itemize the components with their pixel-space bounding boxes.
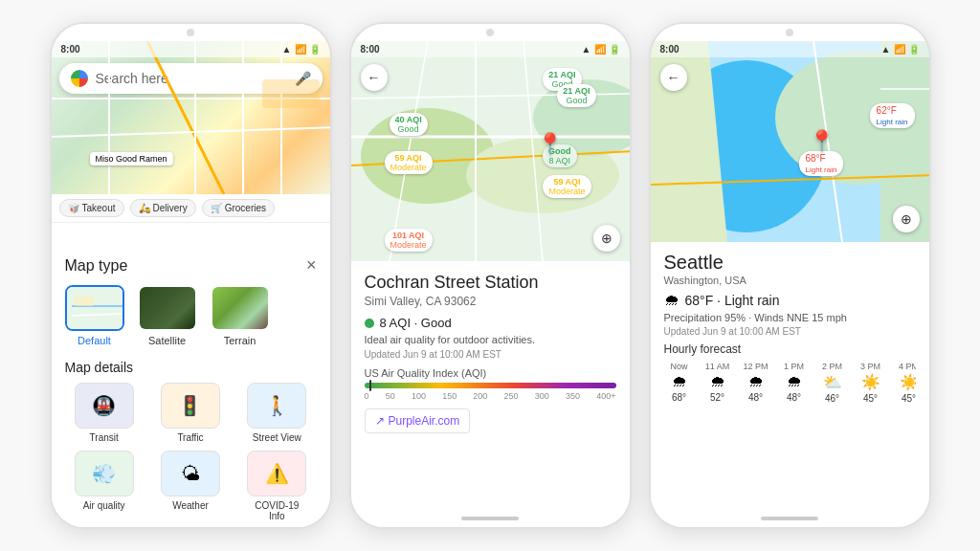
map-type-header: Map type ×	[65, 255, 317, 276]
aqi-bar	[365, 383, 616, 388]
status-time-3: 8:00	[660, 44, 679, 55]
weather-main: 🌧 68°F · Light rain	[664, 292, 916, 309]
map-details-grid: 🚇 Transit 🚦 Traffic 🚶 Street View �	[65, 383, 317, 510]
wifi-icon-2: ▲	[582, 44, 591, 55]
map-details-title: Map details	[65, 360, 317, 375]
hourly-now: Now 🌧 68°	[664, 362, 695, 404]
hourly-3pm: 3 PM ☀️ 45°	[856, 362, 886, 404]
weather-precip: Precipitation 95% · Winds NNE 15 mph	[664, 312, 916, 323]
signal-icon: 📶	[295, 44, 306, 55]
filter-groceries[interactable]: 🛒 Groceries	[202, 199, 275, 217]
front-camera	[187, 29, 194, 36]
back-button-2[interactable]: ←	[361, 64, 388, 91]
home-indicator-2	[461, 517, 519, 520]
battery-icon: 🔋	[309, 44, 321, 55]
detail-weather[interactable]: 🌤 Weather	[151, 451, 230, 510]
weather-icon: 🌧	[664, 292, 679, 309]
phone-notch-3	[651, 24, 929, 41]
streetview-label: Street View	[253, 432, 301, 443]
filter-delivery[interactable]: 🛵 Delivery	[130, 199, 196, 217]
aqi-green-dot	[365, 319, 374, 328]
terrain-label: Terrain	[224, 335, 256, 346]
svg-line-2	[147, 41, 224, 194]
phone-3: 8:00 ▲ 📶 🔋	[649, 22, 931, 529]
purpleair-link[interactable]: ↗ PurpleAir.com	[365, 408, 471, 433]
map-option-terrain[interactable]: Terrain	[211, 285, 270, 346]
phone1-content: 8:00 ▲ 📶 🔋 Search here 🎤 Miso Good Ramen	[52, 41, 330, 510]
phone2-content: 8:00 ▲ 📶 🔋	[351, 41, 630, 510]
weather-thumb: 🌤	[161, 451, 220, 496]
detail-traffic[interactable]: 🚦 Traffic	[151, 383, 230, 443]
phone3-content: 8:00 ▲ 📶 🔋	[651, 41, 929, 510]
phone1-map-preview: 8:00 ▲ 📶 🔋 Search here 🎤 Miso Good Ramen	[52, 41, 330, 194]
hourly-scroll: Now 🌧 68° 11 AM 🌧 52° 12 PM 🌧 48°	[664, 362, 916, 404]
weather-temp: 68°F · Light rain	[685, 293, 780, 308]
location-button-2[interactable]: ⊕	[593, 225, 620, 252]
map-option-satellite[interactable]: Satellite	[138, 285, 197, 346]
wifi-icon: ▲	[282, 44, 292, 55]
transit-thumb: 🚇	[75, 383, 134, 429]
default-thumb	[65, 285, 124, 331]
aqi-badge-21b: 21 AQI Good	[557, 84, 595, 107]
status-icons-2: ▲ 📶 🔋	[582, 44, 620, 55]
traffic-thumb: 🚦	[161, 383, 220, 429]
filter-takeout[interactable]: 🥡 Takeout	[59, 199, 124, 217]
default-label: Default	[78, 335, 111, 346]
covid-label: COVID-19Info	[255, 500, 299, 510]
default-thumb-svg	[67, 287, 122, 329]
satellite-label: Satellite	[148, 335, 186, 346]
aqi-bar-section: US Air Quality Index (AQI) 0 50 100 150 …	[365, 367, 616, 401]
power-button-3	[929, 100, 931, 139]
phone-notch-2	[351, 24, 630, 41]
svg-rect-11	[75, 297, 94, 306]
back-button-3[interactable]: ←	[660, 64, 687, 91]
phone2-bottom	[351, 510, 630, 527]
map-option-default[interactable]: Default	[65, 285, 124, 346]
map-type-overlay: Map type ×	[52, 246, 330, 510]
delivery-icon: 🛵	[139, 203, 150, 213]
phone2-map: 8:00 ▲ 📶 🔋	[351, 41, 630, 261]
location-pin-2: 📍	[537, 132, 563, 157]
aqi-reading: 8 AQI · Good	[365, 316, 616, 330]
temp-badge-68: 68°FLight rain	[799, 151, 844, 176]
covid-thumb: ⚠️	[247, 451, 306, 496]
aqi-updated: Updated Jun 9 at 10:00 AM EST	[365, 349, 616, 360]
detail-airquality[interactable]: 💨 Air quality	[65, 451, 144, 510]
takeout-icon: 🥡	[68, 203, 79, 213]
map-type-title: Map type	[65, 257, 128, 275]
hourly-4pm: 4 PM ☀️ 45°	[894, 362, 916, 404]
terrain-thumb	[211, 285, 270, 331]
station-name: Cochran Street Station	[365, 273, 616, 293]
status-icons-3: ▲ 📶 🔋	[881, 44, 920, 55]
phone3-map-svg	[651, 41, 929, 242]
power-button	[330, 100, 332, 139]
aqi-bar-title: US Air Quality Index (AQI)	[365, 367, 616, 379]
city-region: Washington, USA	[664, 275, 916, 286]
svg-rect-7	[262, 79, 320, 108]
aqi-description: Ideal air quality for outdoor activities…	[365, 334, 616, 345]
signal-icon-2: 📶	[594, 44, 606, 55]
detail-streetview[interactable]: 🚶 Street View	[237, 383, 316, 443]
status-time-1: 8:00	[61, 44, 80, 55]
location-pin-3: 📍	[809, 129, 835, 154]
ramen-label: Miso Good Ramen	[90, 152, 173, 165]
phone-2: 8:00 ▲ 📶 🔋	[349, 22, 632, 529]
hourly-12pm: 12 PM 🌧 48°	[741, 362, 771, 404]
hourly-11am: 11 AM 🌧 52°	[702, 362, 733, 404]
purpleair-text: PurpleAir.com	[389, 414, 460, 428]
location-button-3[interactable]: ⊕	[893, 206, 920, 232]
hourly-title: Hourly forecast	[664, 342, 916, 356]
battery-icon-3: 🔋	[908, 44, 920, 55]
power-button-2	[630, 100, 632, 139]
aqi-badge-101: 101 AQI Moderate	[385, 229, 433, 252]
detail-covid[interactable]: ⚠️ COVID-19Info	[237, 451, 316, 510]
aqi-value: 8 AQI · Good	[380, 316, 452, 330]
map-type-options: Default Satellite Terrain	[65, 285, 317, 346]
detail-transit[interactable]: 🚇 Transit	[65, 383, 144, 443]
weather-updated: Updated Jun 9 at 10:00 AM EST	[664, 326, 916, 337]
aqi-bar-labels: 0 50 100 150 200 250 300 350 400+	[365, 391, 616, 401]
status-bar-2: 8:00 ▲ 📶 🔋	[351, 41, 630, 57]
status-time-2: 8:00	[361, 44, 380, 55]
phone3-bottom	[651, 510, 929, 527]
close-button[interactable]: ×	[306, 255, 317, 276]
